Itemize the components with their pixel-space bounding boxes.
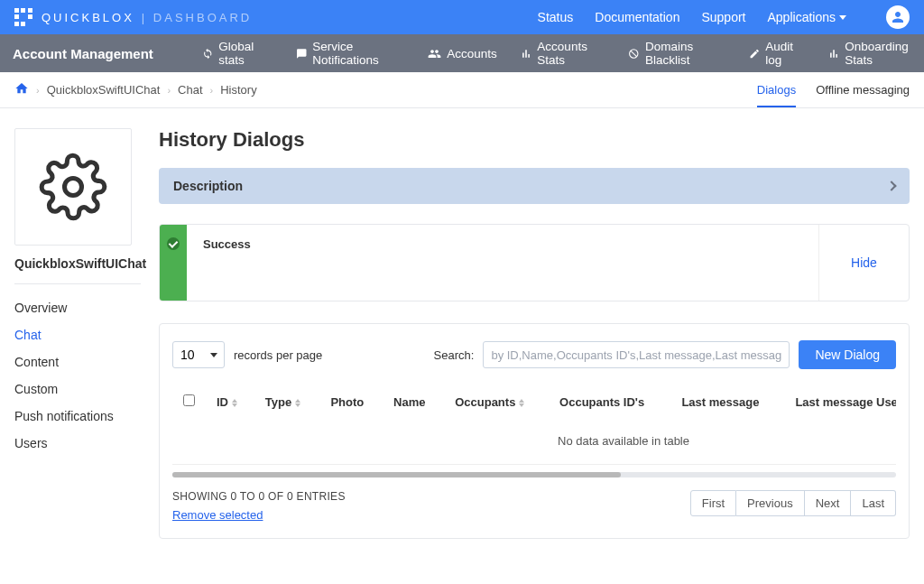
subnav-accounts[interactable]: Accounts: [428, 47, 497, 60]
table-card: 10 records per page Search: New Dialog I…: [159, 323, 910, 539]
search-label: Search:: [434, 348, 475, 362]
new-dialog-button[interactable]: New Dialog: [799, 340, 896, 369]
pager-previous[interactable]: Previous: [736, 490, 805, 516]
gear-icon: [39, 153, 107, 221]
sidemenu-chat[interactable]: Chat: [14, 328, 141, 342]
crumb-section[interactable]: Chat: [178, 83, 202, 97]
main-container: QuickbloxSwiftUIChat Overview Chat Conte…: [0, 108, 924, 575]
breadcrumb-bar: › QuickbloxSwiftUIChat › Chat › History …: [0, 72, 924, 108]
sidemenu-content[interactable]: Content: [14, 355, 141, 369]
table-wrap: ID Type Photo Name Occupants Occupants I…: [172, 385, 896, 477]
subnav-accounts-stats[interactable]: Accounts Stats: [521, 40, 605, 67]
col-id[interactable]: ID: [206, 385, 254, 418]
sidemenu-push[interactable]: Push notifications: [14, 409, 141, 423]
page-title: History Dialogs: [159, 128, 910, 152]
bar-chart-icon: [521, 47, 532, 60]
sub-nav: Account Management Global stats Service …: [0, 34, 924, 72]
subnav-audit-log[interactable]: Audit log: [749, 40, 805, 67]
table-footer: SHOWING 0 TO 0 OF 0 ENTRIES Remove selec…: [172, 490, 896, 522]
pager-last[interactable]: Last: [851, 490, 896, 516]
tab-dialogs[interactable]: Dialogs: [757, 72, 796, 107]
page-size-select[interactable]: 10: [172, 341, 225, 368]
scrollbar-thumb[interactable]: [172, 472, 621, 477]
check-icon: [167, 237, 180, 250]
page-size-select-wrap: 10: [172, 341, 225, 368]
col-name[interactable]: Name: [383, 385, 444, 418]
chevron-right-icon: ›: [36, 85, 40, 96]
pager: First Previous Next Last: [690, 490, 896, 516]
alert-hide-button[interactable]: Hide: [818, 225, 909, 301]
page-size-label: records per page: [234, 348, 322, 362]
tab-offline-messaging[interactable]: Offline messaging: [816, 72, 910, 107]
caret-down-icon: [839, 15, 846, 20]
col-occupants-ids[interactable]: Occupants ID's: [549, 385, 670, 418]
success-alert: Success Hide: [159, 224, 910, 301]
top-nav: Status Documentation Support Application…: [538, 5, 910, 29]
chevron-right-icon: ›: [167, 85, 171, 96]
chat-icon: [296, 47, 308, 60]
users-icon: [428, 47, 441, 60]
showing-text: SHOWING 0 TO 0 OF 0 ENTRIES: [172, 490, 346, 503]
home-icon[interactable]: [14, 81, 29, 98]
nav-support[interactable]: Support: [701, 10, 745, 24]
pager-first[interactable]: First: [690, 490, 736, 516]
chevron-right-icon: ›: [210, 85, 214, 96]
table-empty: No data available in table: [172, 418, 896, 465]
subnav-domains-blacklist[interactable]: Domains Blacklist: [628, 40, 725, 67]
nav-documentation[interactable]: Documentation: [595, 10, 679, 24]
bar-chart-icon: [828, 47, 840, 60]
col-last-message[interactable]: Last message: [670, 385, 784, 418]
chevron-right-icon: [886, 181, 896, 190]
remove-selected-link[interactable]: Remove selected: [172, 508, 263, 522]
select-all-checkbox[interactable]: [183, 394, 195, 406]
svg-point-0: [65, 179, 82, 196]
nav-applications-label: Applications: [768, 10, 836, 24]
crumb-page: History: [220, 83, 256, 97]
app-name: QuickbloxSwiftUIChat: [14, 256, 141, 284]
nav-applications[interactable]: Applications: [768, 10, 847, 24]
description-panel[interactable]: Description: [159, 168, 910, 204]
crumb-app[interactable]: QuickbloxSwiftUIChat: [47, 83, 161, 97]
col-type[interactable]: Type: [254, 385, 320, 418]
left-column: QuickbloxSwiftUIChat Overview Chat Conte…: [14, 128, 141, 539]
subnav-global-stats[interactable]: Global stats: [202, 40, 273, 67]
user-avatar[interactable]: [886, 5, 910, 29]
alert-message: Success: [187, 225, 818, 301]
col-last-message-user-id[interactable]: Last message User ID: [784, 385, 896, 418]
refresh-icon: [202, 47, 213, 60]
logo-icon: [14, 8, 32, 26]
brand-section: | DASHBOARD: [142, 11, 252, 24]
horizontal-scrollbar[interactable]: [172, 472, 896, 477]
col-photo[interactable]: Photo: [319, 385, 383, 418]
subnav-onboarding-stats[interactable]: Onboarding Stats: [828, 40, 924, 67]
nav-status[interactable]: Status: [538, 10, 574, 24]
table-toolbar: 10 records per page Search: New Dialog: [172, 340, 896, 369]
subnav-service-notifications[interactable]: Service Notifications: [296, 40, 405, 67]
sidemenu-overview[interactable]: Overview: [14, 301, 141, 315]
block-icon: [628, 47, 640, 60]
sidemenu-users[interactable]: Users: [14, 436, 141, 450]
right-column: History Dialogs Description Success Hide…: [159, 128, 910, 539]
subnav-title: Account Management: [0, 46, 166, 61]
pager-next[interactable]: Next: [805, 490, 852, 516]
dialogs-table: ID Type Photo Name Occupants Occupants I…: [172, 385, 896, 465]
top-bar: QUICKBLOX | DASHBOARD Status Documentati…: [0, 0, 924, 34]
brand-name: QUICKBLOX: [42, 11, 134, 24]
search-input[interactable]: [483, 341, 790, 368]
col-occupants[interactable]: Occupants: [444, 385, 549, 418]
sidemenu-custom[interactable]: Custom: [14, 382, 141, 396]
description-label: Description: [173, 179, 243, 193]
alert-stripe: [160, 225, 187, 301]
edit-icon: [749, 47, 760, 60]
user-icon: [890, 9, 906, 25]
app-icon-box: [14, 128, 132, 246]
side-menu: Overview Chat Content Custom Push notifi…: [14, 301, 141, 450]
